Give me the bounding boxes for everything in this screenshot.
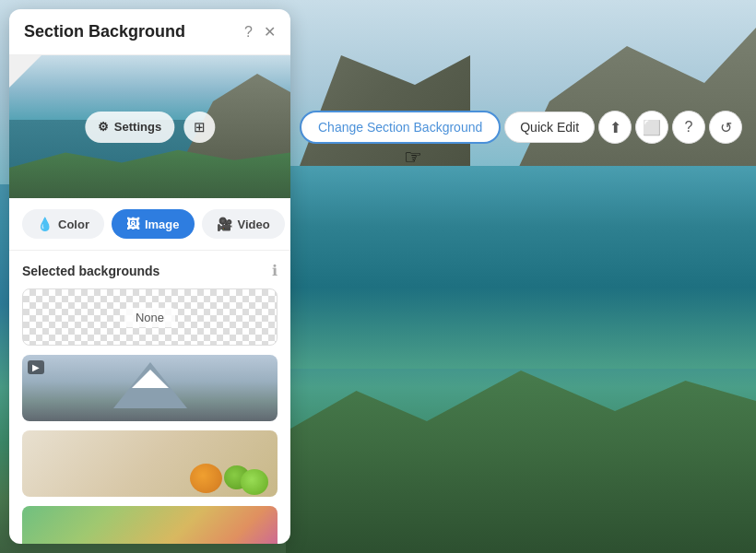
panel-title: Section Background: [24, 22, 185, 41]
bg-tile-none[interactable]: None: [22, 288, 278, 346]
grass: [286, 350, 756, 553]
preview-settings-bar: ⚙ Settings ⊞: [85, 112, 215, 143]
side-panel: Section Background ? ✕ ⚙ Settings ⊞ 💧 Co: [9, 9, 290, 544]
settings-button[interactable]: ⚙ Settings: [85, 112, 174, 143]
panel-header-icons: ? ✕: [244, 23, 276, 41]
refresh-icon[interactable]: ↺: [709, 111, 742, 144]
help-icon[interactable]: ?: [672, 111, 705, 144]
bg-tile-mountain[interactable]: ▶: [22, 355, 278, 421]
selected-backgrounds-section: Selected backgrounds ℹ None ▶: [9, 251, 290, 544]
tab-image[interactable]: 🖼 Image: [112, 209, 195, 239]
selected-label: Selected backgrounds: [22, 264, 159, 278]
floating-toolbar: Change Section Background Quick Edit ⬆ ⬜…: [300, 111, 742, 144]
preview-fold: [9, 55, 41, 88]
filter-button[interactable]: ⊞: [183, 112, 215, 143]
crop-icon[interactable]: ⬜: [635, 111, 668, 144]
filter-icon: ⊞: [194, 119, 206, 135]
settings-label: Settings: [114, 120, 161, 134]
image-icon: 🖼: [126, 217, 139, 231]
preview-area: ⚙ Settings ⊞: [9, 55, 290, 198]
bg-tile-gradient[interactable]: [22, 506, 278, 544]
tab-color[interactable]: 💧 Color: [22, 209, 104, 239]
water: [286, 166, 756, 369]
change-section-background-button[interactable]: Change Section Background: [300, 111, 501, 144]
panel-header: Section Background ? ✕: [9, 9, 290, 55]
tab-color-label: Color: [58, 218, 89, 231]
citrus-orange: [190, 464, 222, 493]
video-icon: 🎥: [217, 217, 232, 231]
color-icon: 💧: [37, 217, 53, 231]
tab-image-label: Image: [145, 218, 180, 231]
none-label: None: [124, 308, 175, 327]
tab-video[interactable]: 🎥 Video: [202, 209, 285, 239]
quick-edit-button[interactable]: Quick Edit: [504, 112, 595, 143]
chevron-up-icon[interactable]: ⬆: [598, 111, 632, 144]
bg-tile-citrus[interactable]: [22, 430, 278, 497]
video-badge: ▶: [28, 360, 44, 374]
panel-help-icon[interactable]: ?: [244, 24, 253, 41]
citrus-lime2: [241, 469, 268, 495]
selected-label-row: Selected backgrounds ℹ: [22, 251, 278, 288]
tab-video-label: Video: [238, 218, 270, 231]
gear-icon: ⚙: [98, 120, 109, 134]
info-icon[interactable]: ℹ: [272, 262, 278, 279]
mountain-shape: [113, 362, 187, 408]
panel-close-icon[interactable]: ✕: [264, 23, 276, 41]
tab-row: 💧 Color 🖼 Image 🎥 Video: [9, 198, 290, 251]
